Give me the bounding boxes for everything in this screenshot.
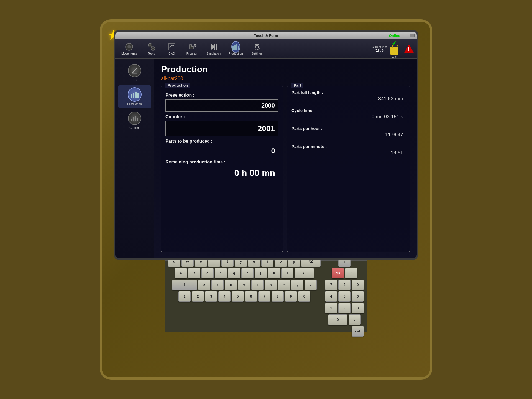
- current-line-display: Current line: [1] : 0: [372, 45, 387, 52]
- toolbar-settings[interactable]: Settings: [247, 41, 267, 56]
- key-v[interactable]: v: [238, 280, 250, 290]
- cycle-time-label: Cycle time :: [291, 108, 405, 113]
- key-num0[interactable]: 0: [328, 314, 347, 325]
- production-sidebar-icon: [128, 88, 142, 101]
- cycle-time-value: 0 mn 03.151 s: [291, 114, 405, 120]
- key-6[interactable]: 6: [245, 291, 257, 302]
- key-num5[interactable]: 5: [338, 291, 351, 302]
- numpad-row-3: 4 5 6: [325, 291, 364, 302]
- key-num8[interactable]: 8: [338, 280, 351, 290]
- production-panel: Production Preselection : 2000 Counter :…: [161, 86, 283, 252]
- key-s[interactable]: s: [188, 268, 200, 278]
- svg-rect-28: [131, 94, 132, 98]
- key-slash[interactable]: /: [345, 268, 357, 278]
- svg-point-26: [256, 45, 259, 48]
- key-num2[interactable]: 2: [338, 303, 351, 313]
- cad-label: CAD: [168, 52, 175, 55]
- toolbar-tools[interactable]: Tools: [142, 41, 161, 56]
- movements-icon: [125, 42, 134, 51]
- key-d[interactable]: d: [201, 268, 214, 278]
- key-f[interactable]: f: [215, 268, 227, 278]
- svg-rect-24: [236, 44, 237, 50]
- key-b[interactable]: b: [251, 280, 264, 290]
- key-1[interactable]: 1: [178, 291, 191, 302]
- key-num3[interactable]: 3: [352, 303, 364, 313]
- sidebar-item-edit[interactable]: Edit: [118, 62, 151, 84]
- numpad-row-1: nlk /: [325, 268, 364, 278]
- key-num4[interactable]: 4: [325, 291, 337, 302]
- sidebar-item-production[interactable]: Production: [118, 85, 151, 108]
- key-7[interactable]: 7: [258, 291, 270, 302]
- toolbar-cad[interactable]: CAD: [162, 41, 181, 56]
- lock-icon[interactable]: [390, 47, 398, 55]
- key-m[interactable]: m: [278, 280, 290, 290]
- remaining-time-value: 0 h 00 mn: [165, 166, 278, 180]
- key-num6[interactable]: 6: [352, 291, 364, 302]
- svg-rect-22: [232, 46, 234, 50]
- current-line-label: Current line:: [372, 45, 387, 48]
- key-a[interactable]: a: [175, 268, 187, 278]
- sidebar: Edit Production: [115, 59, 154, 258]
- preselection-value[interactable]: 2000: [165, 99, 278, 112]
- sidebar-item-current[interactable]: Current: [118, 109, 151, 132]
- key-5[interactable]: 5: [232, 291, 244, 302]
- key-j[interactable]: j: [255, 268, 267, 278]
- counter-value[interactable]: 2001: [165, 121, 278, 136]
- key-del[interactable]: del: [352, 326, 364, 337]
- page-subtitle: all-bar200: [161, 76, 410, 81]
- key-num-dot[interactable]: .: [349, 314, 361, 325]
- key-n[interactable]: n: [265, 280, 277, 290]
- toolbar-program[interactable]: Program: [183, 41, 202, 56]
- cad-icon: [167, 42, 176, 51]
- key-2[interactable]: 2: [192, 291, 204, 302]
- warning-button[interactable]: [404, 44, 414, 53]
- numpad-row-4: 1 2 3: [325, 303, 364, 313]
- key-h[interactable]: h: [241, 268, 254, 278]
- key-k[interactable]: k: [268, 268, 280, 278]
- svg-rect-30: [135, 92, 137, 98]
- svg-rect-23: [234, 45, 236, 50]
- key-8[interactable]: 8: [272, 291, 284, 302]
- minimize-button[interactable]: [410, 34, 415, 37]
- key-0[interactable]: 0: [298, 291, 310, 302]
- settings-label: Settings: [252, 52, 263, 55]
- parts-to-produce-label: Parts to be produced :: [165, 139, 278, 144]
- numpad-row-2: 7 8 9: [325, 280, 364, 290]
- key-g[interactable]: g: [228, 268, 240, 278]
- page-title: Production: [161, 64, 410, 75]
- key-3[interactable]: 3: [205, 291, 217, 302]
- key-comma[interactable]: ,: [291, 280, 303, 290]
- key-num9[interactable]: 9: [352, 280, 364, 290]
- svg-rect-31: [137, 93, 139, 98]
- svg-rect-32: [131, 119, 132, 121]
- remaining-time-label: Remaining production time :: [165, 160, 278, 165]
- toolbar-production[interactable]: Production: [225, 41, 246, 56]
- svg-rect-20: [216, 44, 217, 50]
- divider-1: [291, 105, 405, 105]
- svg-point-1: [127, 45, 131, 48]
- parts-per-hour-label: Parts per hour :: [291, 126, 405, 131]
- key-z[interactable]: z: [198, 280, 210, 290]
- svg-rect-34: [135, 116, 136, 121]
- key-nlk[interactable]: nlk: [332, 268, 344, 278]
- key-shift[interactable]: ⇧: [172, 280, 197, 290]
- check-lock-area: ✔ Lock: [390, 40, 398, 58]
- key-4[interactable]: 4: [218, 291, 231, 302]
- key-x[interactable]: x: [211, 280, 224, 290]
- edit-label: Edit: [132, 78, 137, 82]
- full-length-field: Part full length : 341.63 mm: [291, 90, 405, 102]
- keyboard-row-4: 1 2 3 4 5 6 7 8 9 0: [168, 291, 321, 302]
- key-num7[interactable]: 7: [325, 280, 337, 290]
- status-bar: TB BASE_DUBGRAS_TP 1.2 54.49781: [115, 258, 417, 260]
- svg-point-7: [149, 44, 151, 46]
- toolbar-simulation[interactable]: Simulation: [203, 41, 224, 56]
- keyboard-row-2: a s d f g h j k l ↵: [168, 268, 321, 278]
- key-9[interactable]: 9: [285, 291, 297, 302]
- key-enter[interactable]: ↵: [295, 268, 314, 278]
- current-icon: [128, 111, 142, 125]
- key-period[interactable]: .: [305, 280, 317, 290]
- toolbar-movements[interactable]: Movements: [118, 41, 140, 56]
- key-c[interactable]: c: [225, 280, 237, 290]
- key-num1[interactable]: 1: [325, 303, 337, 313]
- key-l[interactable]: l: [281, 268, 293, 278]
